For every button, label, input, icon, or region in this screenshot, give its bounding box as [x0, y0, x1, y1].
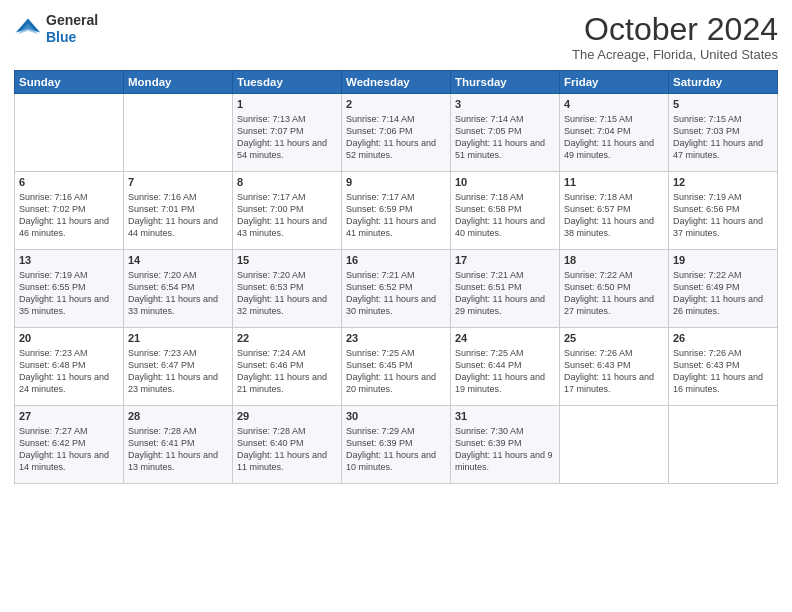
logo: General Blue: [14, 12, 98, 46]
day-number: 11: [564, 175, 664, 190]
week-row-1: 1Sunrise: 7:13 AM Sunset: 7:07 PM Daylig…: [15, 94, 778, 172]
day-number: 25: [564, 331, 664, 346]
header: General Blue October 2024 The Acreage, F…: [14, 12, 778, 62]
day-number: 27: [19, 409, 119, 424]
month-title: October 2024: [572, 12, 778, 47]
day-number: 29: [237, 409, 337, 424]
day-number: 3: [455, 97, 555, 112]
calendar-table: Sunday Monday Tuesday Wednesday Thursday…: [14, 70, 778, 484]
col-monday: Monday: [124, 71, 233, 94]
week-row-3: 13Sunrise: 7:19 AM Sunset: 6:55 PM Dayli…: [15, 250, 778, 328]
col-wednesday: Wednesday: [342, 71, 451, 94]
day-number: 30: [346, 409, 446, 424]
logo-icon: [14, 15, 42, 43]
day-info: Sunrise: 7:13 AM Sunset: 7:07 PM Dayligh…: [237, 113, 337, 162]
day-number: 10: [455, 175, 555, 190]
day-cell: [669, 406, 778, 484]
day-cell: [560, 406, 669, 484]
day-info: Sunrise: 7:28 AM Sunset: 6:40 PM Dayligh…: [237, 425, 337, 474]
day-cell: 3Sunrise: 7:14 AM Sunset: 7:05 PM Daylig…: [451, 94, 560, 172]
day-cell: 17Sunrise: 7:21 AM Sunset: 6:51 PM Dayli…: [451, 250, 560, 328]
day-number: 24: [455, 331, 555, 346]
day-info: Sunrise: 7:18 AM Sunset: 6:57 PM Dayligh…: [564, 191, 664, 240]
day-info: Sunrise: 7:14 AM Sunset: 7:05 PM Dayligh…: [455, 113, 555, 162]
day-number: 21: [128, 331, 228, 346]
day-number: 23: [346, 331, 446, 346]
col-thursday: Thursday: [451, 71, 560, 94]
day-cell: 10Sunrise: 7:18 AM Sunset: 6:58 PM Dayli…: [451, 172, 560, 250]
day-number: 19: [673, 253, 773, 268]
day-info: Sunrise: 7:15 AM Sunset: 7:04 PM Dayligh…: [564, 113, 664, 162]
day-info: Sunrise: 7:17 AM Sunset: 6:59 PM Dayligh…: [346, 191, 446, 240]
day-number: 14: [128, 253, 228, 268]
day-cell: 23Sunrise: 7:25 AM Sunset: 6:45 PM Dayli…: [342, 328, 451, 406]
day-cell: [124, 94, 233, 172]
day-info: Sunrise: 7:21 AM Sunset: 6:52 PM Dayligh…: [346, 269, 446, 318]
col-tuesday: Tuesday: [233, 71, 342, 94]
day-number: 20: [19, 331, 119, 346]
location: The Acreage, Florida, United States: [572, 47, 778, 62]
day-cell: 22Sunrise: 7:24 AM Sunset: 6:46 PM Dayli…: [233, 328, 342, 406]
day-info: Sunrise: 7:23 AM Sunset: 6:47 PM Dayligh…: [128, 347, 228, 396]
day-cell: 26Sunrise: 7:26 AM Sunset: 6:43 PM Dayli…: [669, 328, 778, 406]
day-cell: 29Sunrise: 7:28 AM Sunset: 6:40 PM Dayli…: [233, 406, 342, 484]
day-cell: 8Sunrise: 7:17 AM Sunset: 7:00 PM Daylig…: [233, 172, 342, 250]
day-cell: 12Sunrise: 7:19 AM Sunset: 6:56 PM Dayli…: [669, 172, 778, 250]
logo-general: General: [46, 12, 98, 28]
day-number: 13: [19, 253, 119, 268]
week-row-5: 27Sunrise: 7:27 AM Sunset: 6:42 PM Dayli…: [15, 406, 778, 484]
day-info: Sunrise: 7:20 AM Sunset: 6:54 PM Dayligh…: [128, 269, 228, 318]
logo-text: General Blue: [46, 12, 98, 46]
day-cell: 13Sunrise: 7:19 AM Sunset: 6:55 PM Dayli…: [15, 250, 124, 328]
day-info: Sunrise: 7:15 AM Sunset: 7:03 PM Dayligh…: [673, 113, 773, 162]
title-block: October 2024 The Acreage, Florida, Unite…: [572, 12, 778, 62]
calendar-page: General Blue October 2024 The Acreage, F…: [0, 0, 792, 612]
day-info: Sunrise: 7:26 AM Sunset: 6:43 PM Dayligh…: [564, 347, 664, 396]
day-info: Sunrise: 7:17 AM Sunset: 7:00 PM Dayligh…: [237, 191, 337, 240]
day-cell: 24Sunrise: 7:25 AM Sunset: 6:44 PM Dayli…: [451, 328, 560, 406]
day-cell: 14Sunrise: 7:20 AM Sunset: 6:54 PM Dayli…: [124, 250, 233, 328]
day-info: Sunrise: 7:27 AM Sunset: 6:42 PM Dayligh…: [19, 425, 119, 474]
day-cell: 2Sunrise: 7:14 AM Sunset: 7:06 PM Daylig…: [342, 94, 451, 172]
day-cell: 28Sunrise: 7:28 AM Sunset: 6:41 PM Dayli…: [124, 406, 233, 484]
day-cell: 11Sunrise: 7:18 AM Sunset: 6:57 PM Dayli…: [560, 172, 669, 250]
header-row: Sunday Monday Tuesday Wednesday Thursday…: [15, 71, 778, 94]
day-number: 17: [455, 253, 555, 268]
day-cell: 16Sunrise: 7:21 AM Sunset: 6:52 PM Dayli…: [342, 250, 451, 328]
day-number: 12: [673, 175, 773, 190]
day-number: 31: [455, 409, 555, 424]
day-cell: 4Sunrise: 7:15 AM Sunset: 7:04 PM Daylig…: [560, 94, 669, 172]
day-cell: 1Sunrise: 7:13 AM Sunset: 7:07 PM Daylig…: [233, 94, 342, 172]
day-cell: 25Sunrise: 7:26 AM Sunset: 6:43 PM Dayli…: [560, 328, 669, 406]
day-number: 22: [237, 331, 337, 346]
day-number: 26: [673, 331, 773, 346]
day-info: Sunrise: 7:30 AM Sunset: 6:39 PM Dayligh…: [455, 425, 555, 474]
day-cell: 21Sunrise: 7:23 AM Sunset: 6:47 PM Dayli…: [124, 328, 233, 406]
day-number: 8: [237, 175, 337, 190]
day-cell: 7Sunrise: 7:16 AM Sunset: 7:01 PM Daylig…: [124, 172, 233, 250]
day-info: Sunrise: 7:24 AM Sunset: 6:46 PM Dayligh…: [237, 347, 337, 396]
col-friday: Friday: [560, 71, 669, 94]
day-info: Sunrise: 7:16 AM Sunset: 7:01 PM Dayligh…: [128, 191, 228, 240]
day-cell: 6Sunrise: 7:16 AM Sunset: 7:02 PM Daylig…: [15, 172, 124, 250]
day-info: Sunrise: 7:25 AM Sunset: 6:45 PM Dayligh…: [346, 347, 446, 396]
day-info: Sunrise: 7:20 AM Sunset: 6:53 PM Dayligh…: [237, 269, 337, 318]
day-number: 9: [346, 175, 446, 190]
day-number: 7: [128, 175, 228, 190]
day-info: Sunrise: 7:21 AM Sunset: 6:51 PM Dayligh…: [455, 269, 555, 318]
col-saturday: Saturday: [669, 71, 778, 94]
day-info: Sunrise: 7:23 AM Sunset: 6:48 PM Dayligh…: [19, 347, 119, 396]
logo-blue: Blue: [46, 29, 76, 45]
day-cell: 20Sunrise: 7:23 AM Sunset: 6:48 PM Dayli…: [15, 328, 124, 406]
day-info: Sunrise: 7:22 AM Sunset: 6:50 PM Dayligh…: [564, 269, 664, 318]
day-number: 2: [346, 97, 446, 112]
day-cell: [15, 94, 124, 172]
day-info: Sunrise: 7:18 AM Sunset: 6:58 PM Dayligh…: [455, 191, 555, 240]
day-info: Sunrise: 7:19 AM Sunset: 6:55 PM Dayligh…: [19, 269, 119, 318]
day-cell: 5Sunrise: 7:15 AM Sunset: 7:03 PM Daylig…: [669, 94, 778, 172]
day-number: 1: [237, 97, 337, 112]
day-number: 5: [673, 97, 773, 112]
day-info: Sunrise: 7:28 AM Sunset: 6:41 PM Dayligh…: [128, 425, 228, 474]
day-number: 15: [237, 253, 337, 268]
day-cell: 18Sunrise: 7:22 AM Sunset: 6:50 PM Dayli…: [560, 250, 669, 328]
